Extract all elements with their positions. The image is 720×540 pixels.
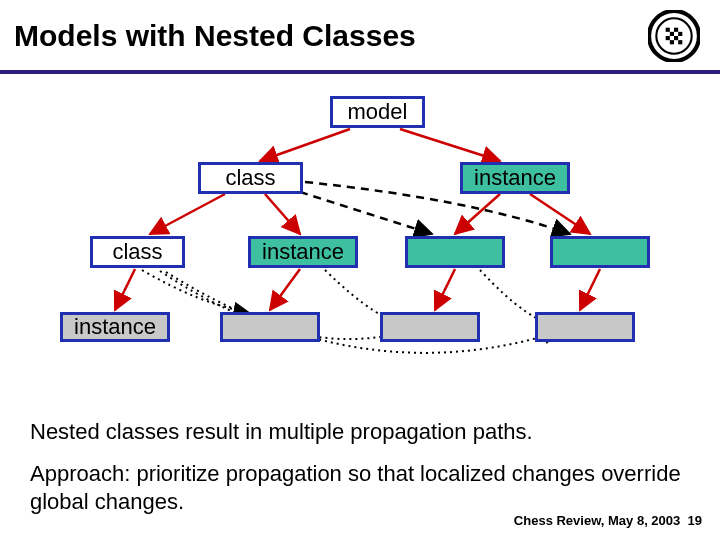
svg-line-11 [400,129,500,161]
paragraph-1: Nested classes result in multiple propag… [30,418,700,446]
footer: Chess Review, May 8, 2003 19 [514,513,702,528]
box-grey-l4-c [535,312,635,342]
paragraph-2: Approach: prioritize propagation so that… [30,460,700,515]
page-title: Models with Nested Classes [14,19,416,53]
svg-rect-8 [670,40,674,44]
svg-rect-2 [666,28,670,32]
svg-rect-6 [666,36,670,40]
svg-rect-3 [674,28,678,32]
box-instance-l3: instance [248,236,358,268]
footer-page: 19 [688,513,702,528]
box-grey-l4-b [380,312,480,342]
header: Models with Nested Classes [0,0,720,74]
chess-logo-icon [648,10,700,62]
box-teal-l3-a [405,236,505,268]
box-grey-l4-a [220,312,320,342]
diagram-area: model class instance class instance inst… [0,74,720,404]
footer-text: Chess Review, May 8, 2003 [514,513,680,528]
svg-line-18 [435,269,455,310]
svg-rect-7 [674,36,678,40]
svg-line-14 [455,194,500,234]
box-class-l2: class [198,162,303,194]
svg-rect-9 [678,40,682,44]
box-instance-l4: instance [60,312,170,342]
svg-line-20 [300,192,432,234]
svg-line-16 [115,269,135,310]
svg-line-17 [270,269,300,310]
box-class-l3: class [90,236,185,268]
box-teal-l3-b [550,236,650,268]
svg-line-15 [530,194,590,234]
box-instance-l2: instance [460,162,570,194]
svg-rect-5 [678,32,682,36]
svg-line-13 [265,194,300,234]
svg-line-19 [580,269,600,310]
svg-rect-4 [670,32,674,36]
box-model: model [330,96,425,128]
svg-line-12 [150,194,225,234]
svg-line-10 [260,129,350,161]
